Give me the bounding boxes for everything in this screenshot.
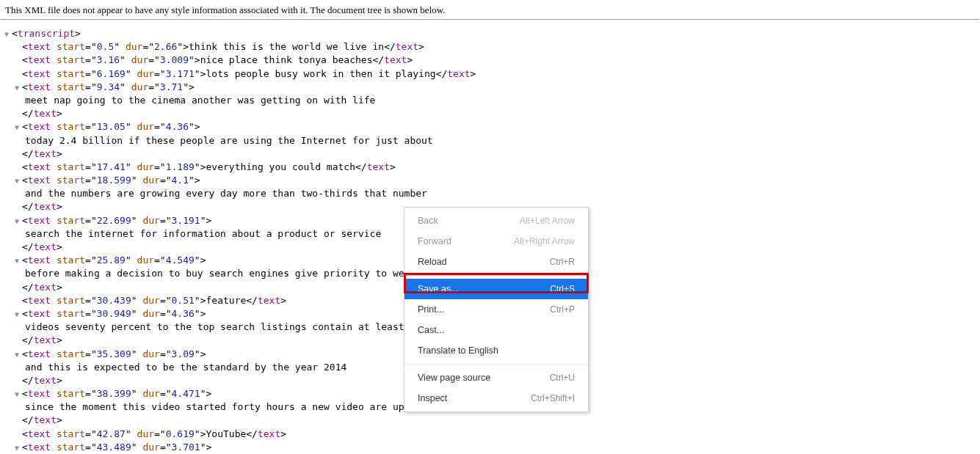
menu-label: Print... <box>418 304 444 315</box>
menu-item-print[interactable]: Print...Ctrl+P <box>404 299 588 320</box>
menu-label: Cast... <box>418 325 444 335</box>
menu-separator <box>404 275 588 276</box>
text-node[interactable]: <text start="17.41" dur="1.189">everythi… <box>4 161 976 174</box>
text-node[interactable]: <text start="0.5" dur="2.66">think this … <box>4 40 976 54</box>
menu-shortcut: Alt+Right Arrow <box>514 236 575 246</box>
text-node-close: </text> <box>4 414 976 427</box>
menu-label: Save as... <box>418 284 459 294</box>
text-node[interactable]: <text start="42.87" dur="0.619">YouTube<… <box>4 428 976 441</box>
text-node-open[interactable]: ▼<text start="18.599" dur="4.1"> <box>4 174 976 187</box>
menu-item-forward: ForwardAlt+Right Arrow <box>404 231 588 252</box>
xml-root-open[interactable]: ▼<transcript> <box>4 27 976 40</box>
menu-item-save-as[interactable]: Save as...Ctrl+S <box>404 279 588 299</box>
context-menu[interactable]: BackAlt+Left ArrowForwardAlt+Right Arrow… <box>404 207 589 412</box>
text-node-open[interactable]: ▼<text start="13.05" dur="4.36"> <box>4 120 976 133</box>
menu-shortcut: Alt+Left Arrow <box>520 216 575 226</box>
menu-item-cast[interactable]: Cast... <box>404 320 588 340</box>
xml-notice: This XML file does not appear to have an… <box>1 1 979 20</box>
menu-shortcut: Ctrl+P <box>550 304 575 315</box>
text-node-close: </text> <box>4 147 976 161</box>
text-node[interactable]: <text start="3.16" dur="3.009">nice plac… <box>4 54 976 67</box>
menu-item-translate-to-english[interactable]: Translate to English <box>404 340 588 361</box>
menu-separator <box>404 364 588 365</box>
text-content: and the numbers are growing every day mo… <box>4 187 976 200</box>
menu-shortcut: Ctrl+Shift+I <box>531 393 575 403</box>
text-content: meet nap going to the cinema another was… <box>4 94 976 107</box>
menu-label: Reload <box>418 257 447 267</box>
menu-item-reload[interactable]: ReloadCtrl+R <box>404 252 588 272</box>
menu-label: Translate to English <box>418 345 498 356</box>
text-content: today 2.4 billion if these people are us… <box>4 134 976 147</box>
text-node[interactable]: <text start="6.169" dur="3.171">lots peo… <box>4 67 976 81</box>
menu-label: View page source <box>418 373 490 383</box>
menu-item-back: BackAlt+Left Arrow <box>404 210 588 231</box>
menu-label: Forward <box>418 236 451 246</box>
text-node-open[interactable]: ▼<text start="43.489" dur="3.701"> <box>4 441 976 454</box>
text-node-open[interactable]: ▼<text start="9.34" dur="3.71"> <box>4 81 976 94</box>
menu-shortcut: Ctrl+U <box>550 373 575 383</box>
text-node-close: </text> <box>4 107 976 120</box>
menu-item-inspect[interactable]: InspectCtrl+Shift+I <box>404 388 588 409</box>
menu-item-view-page-source[interactable]: View page sourceCtrl+U <box>404 367 588 388</box>
menu-label: Back <box>418 216 438 226</box>
menu-label: Inspect <box>418 393 447 403</box>
menu-shortcut: Ctrl+R <box>550 257 575 267</box>
menu-shortcut: Ctrl+S <box>550 284 575 294</box>
